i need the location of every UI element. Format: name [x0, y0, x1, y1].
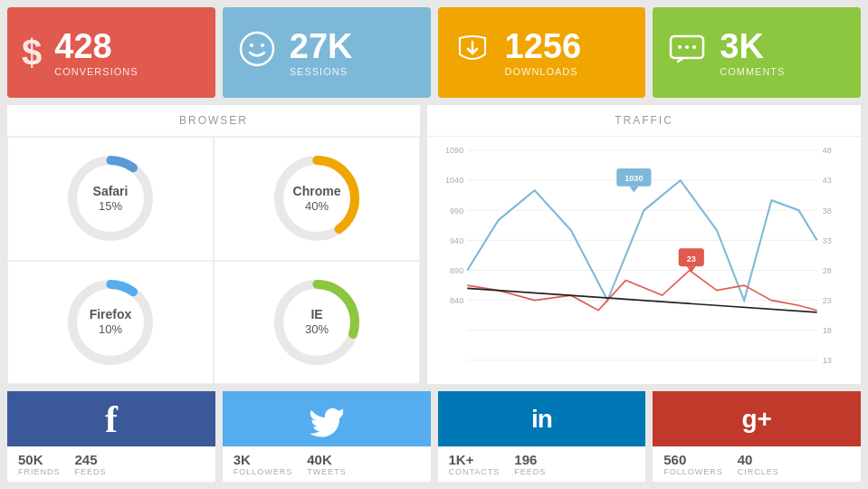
svg-point-4	[678, 45, 682, 49]
twitter-tweets-stat: 40K TWEETS	[307, 452, 347, 476]
dollar-icon: $	[22, 33, 42, 73]
linkedin-contacts-label: CONTACTS	[449, 467, 501, 476]
traffic-title: TRAFFIC	[427, 105, 861, 137]
comments-number: 3K	[720, 28, 785, 66]
twitter-followers-label: FOLLOWERS	[234, 467, 293, 476]
twitter-tweets-num: 40K	[307, 452, 347, 467]
linkedin-feeds-num: 196	[514, 452, 546, 467]
googleplus-icon-area: g+	[653, 391, 861, 446]
facebook-feeds-num: 245	[75, 452, 107, 467]
svg-point-2	[261, 43, 264, 47]
svg-text:33: 33	[823, 235, 832, 244]
sessions-number: 27K	[290, 28, 353, 66]
traffic-panel: TRAFFIC 1090 1040 990 940	[427, 105, 861, 384]
social-card-twitter[interactable]: 3K FOLLOWERS 40K TWEETS	[223, 391, 431, 482]
googleplus-icon: g+	[741, 405, 771, 434]
downloads-number: 1256	[505, 28, 582, 66]
linkedin-contacts-stat: 1K+ CONTACTS	[449, 452, 501, 476]
stat-info-downloads: 1256 DOWNLOADS	[505, 28, 582, 77]
googleplus-circles-num: 40	[738, 452, 779, 467]
linkedin-contacts-num: 1K+	[449, 452, 501, 467]
social-card-linkedin[interactable]: in 1K+ CONTACTS 196 FEEDS	[438, 391, 646, 482]
svg-text:43: 43	[823, 175, 832, 185]
download-icon	[453, 29, 492, 77]
svg-text:1040: 1040	[445, 175, 463, 185]
conversions-label: CONVERSIONS	[54, 66, 138, 77]
linkedin-icon-area: in	[438, 391, 646, 446]
svg-text:1030: 1030	[625, 173, 643, 183]
svg-text:23: 23	[687, 253, 696, 263]
browser-panel: BROWSER Safari15%	[7, 105, 420, 384]
stat-card-sessions[interactable]: 27K SESSIONS	[223, 7, 431, 98]
facebook-friends-label: FRIENDS	[18, 467, 61, 476]
browser-cell-firefox: Firefox10%	[7, 261, 214, 385]
facebook-feeds-stat: 245 FEEDS	[75, 452, 107, 476]
googleplus-followers-label: FOLLOWERS	[663, 467, 723, 476]
facebook-friends-stat: 50K FRIENDS	[18, 452, 61, 476]
browser-grid: Safari15% Chrome40%	[7, 137, 420, 384]
stat-info-comments: 3K COMMENTS	[720, 28, 785, 77]
svg-point-5	[685, 45, 689, 49]
stat-cards-row: $ 428 CONVERSIONS 27K SESSIONS	[7, 7, 861, 98]
firefox-label: Firefox10%	[90, 306, 132, 338]
svg-point-1	[250, 43, 253, 47]
svg-text:990: 990	[450, 205, 463, 215]
conversions-number: 428	[54, 28, 138, 66]
svg-marker-40	[629, 187, 638, 193]
svg-text:28: 28	[823, 264, 832, 274]
googleplus-followers-stat: 560 FOLLOWERS	[663, 452, 723, 476]
social-card-googleplus[interactable]: g+ 560 FOLLOWERS 40 CIRCLES	[653, 391, 861, 482]
svg-text:840: 840	[450, 295, 463, 305]
facebook-stats: 50K FRIENDS 245 FEEDS	[7, 446, 215, 482]
svg-text:13: 13	[823, 355, 832, 365]
svg-text:1090: 1090	[445, 145, 463, 155]
twitter-stats: 3K FOLLOWERS 40K TWEETS	[223, 446, 431, 482]
ie-label: IE30%	[305, 306, 329, 338]
chrome-label: Chrome40%	[293, 183, 341, 215]
browser-cell-safari: Safari15%	[7, 137, 214, 261]
stat-card-comments[interactable]: 3K COMMENTS	[653, 7, 861, 98]
linkedin-feeds-stat: 196 FEEDS	[514, 452, 546, 476]
donut-ie: IE30%	[267, 273, 367, 372]
twitter-followers-num: 3K	[234, 452, 293, 467]
facebook-icon-area: f	[7, 391, 215, 446]
twitter-icon-area	[223, 391, 431, 446]
linkedin-feeds-label: FEEDS	[514, 467, 546, 476]
stat-card-downloads[interactable]: 1256 DOWNLOADS	[438, 7, 646, 98]
browser-cell-ie: IE30%	[214, 261, 420, 385]
svg-text:18: 18	[823, 325, 832, 335]
svg-point-6	[692, 45, 696, 49]
twitter-followers-stat: 3K FOLLOWERS	[234, 452, 293, 476]
svg-text:890: 890	[450, 264, 463, 274]
svg-point-0	[241, 33, 273, 65]
svg-text:38: 38	[823, 205, 832, 215]
twitter-tweets-label: TWEETS	[307, 467, 347, 476]
facebook-feeds-label: FEEDS	[75, 467, 107, 476]
comments-label: COMMENTS	[720, 66, 785, 77]
donut-firefox: Firefox10%	[61, 273, 160, 372]
sessions-label: SESSIONS	[290, 66, 353, 77]
svg-text:23: 23	[823, 295, 832, 305]
facebook-icon: f	[105, 398, 118, 441]
facebook-friends-num: 50K	[18, 452, 61, 467]
twitter-bird-icon	[307, 399, 347, 439]
linkedin-stats: 1K+ CONTACTS 196 FEEDS	[438, 446, 646, 482]
middle-section: BROWSER Safari15%	[7, 105, 861, 384]
social-card-facebook[interactable]: f 50K FRIENDS 245 FEEDS	[7, 391, 215, 482]
social-cards-row: f 50K FRIENDS 245 FEEDS	[7, 391, 861, 482]
stat-info-conversions: 428 CONVERSIONS	[54, 28, 138, 77]
svg-text:940: 940	[450, 235, 463, 244]
donut-safari: Safari15%	[61, 149, 160, 248]
googleplus-circles-stat: 40 CIRCLES	[738, 452, 779, 476]
googleplus-circles-label: CIRCLES	[738, 467, 779, 476]
traffic-chart: 1090 1040 990 940 890 840 48 43 38 33 28…	[427, 137, 861, 384]
stat-card-conversions[interactable]: $ 428 CONVERSIONS	[7, 7, 215, 98]
dashboard: $ 428 CONVERSIONS 27K SESSIONS	[0, 0, 868, 489]
donut-chrome: Chrome40%	[267, 149, 367, 248]
googleplus-stats: 560 FOLLOWERS 40 CIRCLES	[653, 446, 861, 482]
linkedin-icon: in	[531, 405, 552, 434]
stat-info-sessions: 27K SESSIONS	[290, 28, 353, 77]
safari-label: Safari15%	[93, 183, 129, 215]
browser-title: BROWSER	[7, 105, 420, 137]
comment-icon	[667, 29, 707, 77]
